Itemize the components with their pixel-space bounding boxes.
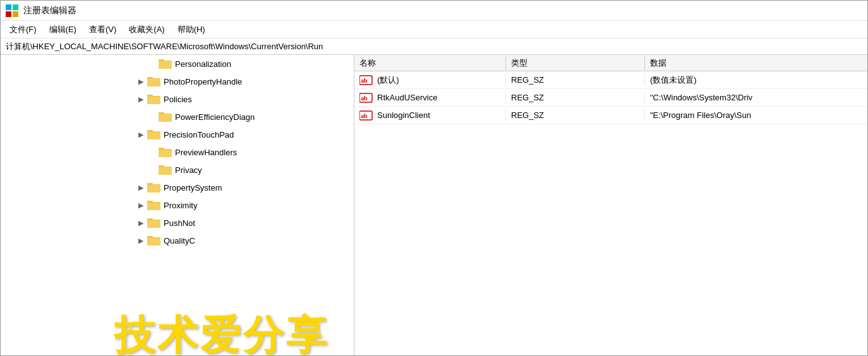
tree-item-policies[interactable]: ▶ Policies <box>1 90 354 108</box>
value-data-sunlogin: "E:\Program Files\Oray\Sun <box>645 109 867 121</box>
tree-item-powerefficiency[interactable]: PowerEfficiencyDiagn <box>1 108 354 126</box>
col-header-data: 数据 <box>645 56 867 70</box>
expander-qualityc[interactable]: ▶ <box>136 235 146 246</box>
col-header-name: 名称 <box>354 56 506 70</box>
tree-item-proximity[interactable]: ▶ Proximity <box>1 196 354 214</box>
svg-rect-36 <box>147 238 160 246</box>
value-default-label: (默认) <box>377 74 399 86</box>
svg-rect-15 <box>159 114 172 122</box>
tree-label-powerefficiency: PowerEfficiencyDiagn <box>175 112 255 122</box>
tree-item-pushnot[interactable]: ▶ PushNot <box>1 214 354 232</box>
expander-propertysystem[interactable]: ▶ <box>136 182 146 193</box>
svg-rect-1 <box>13 4 18 10</box>
svg-rect-2 <box>6 11 11 17</box>
menu-edit[interactable]: 编辑(E) <box>43 22 83 37</box>
value-row-default[interactable]: ab (默认) REG_SZ (数值未设置) <box>354 71 867 89</box>
menu-help[interactable]: 帮助(H) <box>171 22 212 37</box>
tree-label-pushnot: PushNot <box>164 218 195 228</box>
tree-label-photoproperty: PhotoPropertyHandle <box>164 77 242 86</box>
value-data-default: (数值未设置) <box>645 73 867 87</box>
tree-item-previewhandlers[interactable]: PreviewHandlers <box>1 143 354 161</box>
tree-label-personalization: Personalization <box>175 59 231 69</box>
svg-rect-18 <box>147 132 160 139</box>
svg-rect-30 <box>147 203 160 210</box>
col-header-type: 类型 <box>506 56 645 70</box>
expander-proximity[interactable]: ▶ <box>136 200 146 210</box>
value-sunlogin-label: SunloginClient <box>377 110 430 120</box>
svg-rect-21 <box>159 150 172 157</box>
svg-rect-0 <box>6 4 11 10</box>
ab-icon-rtkaud: ab <box>359 93 373 103</box>
tree-panel: Personalization ▶ PhotoPropertyHandle ▶ <box>1 55 354 355</box>
value-row-rtkaud[interactable]: ab RtkAudUService REG_SZ "C:\Windows\Sys… <box>354 89 867 107</box>
value-data-rtkaud: "C:\Windows\System32\Driv <box>645 92 867 104</box>
registry-editor-window: 注册表编辑器 文件(F) 编辑(E) 查看(V) 收藏夹(A) 帮助(H) 计算… <box>0 0 868 356</box>
svg-text:ab: ab <box>361 112 368 119</box>
tree-label-privacy: Privacy <box>175 165 202 175</box>
tree-item-personalization[interactable]: Personalization <box>1 55 354 73</box>
window-title: 注册表编辑器 <box>23 5 76 16</box>
value-rtkaud-label: RtkAudUService <box>377 93 437 102</box>
svg-text:ab: ab <box>361 77 368 84</box>
tree-label-proximity: Proximity <box>164 201 197 210</box>
menu-favorites[interactable]: 收藏夹(A) <box>123 22 171 37</box>
value-type-rtkaud: REG_SZ <box>506 92 645 104</box>
tree-item-privacy[interactable]: Privacy <box>1 161 354 179</box>
value-row-sunlogin[interactable]: ab SunloginClient REG_SZ "E:\Program Fil… <box>354 107 867 124</box>
menu-view[interactable]: 查看(V) <box>83 22 123 37</box>
tree-item-qualityc[interactable]: ▶ QualityC <box>1 232 354 249</box>
ab-icon-sunlogin: ab <box>359 110 373 121</box>
svg-text:ab: ab <box>361 95 368 102</box>
value-name-rtkaud: ab RtkAudUService <box>354 92 506 104</box>
tree-item-precisiontouchpad[interactable]: ▶ PrecisionTouchPad <box>1 126 354 143</box>
svg-rect-33 <box>147 220 160 228</box>
tree-item-photoproperty[interactable]: ▶ PhotoPropertyHandle <box>1 73 354 90</box>
tree-label-precisiontouchpad: PrecisionTouchPad <box>164 130 234 139</box>
value-type-default: REG_SZ <box>506 74 645 86</box>
tree-label-qualityc: QualityC <box>164 236 195 246</box>
tree-item-propertysystem[interactable]: ▶ PropertySystem <box>1 179 354 196</box>
svg-rect-27 <box>147 185 160 193</box>
svg-rect-6 <box>159 61 172 69</box>
tree-label-previewhandlers: PreviewHandlers <box>175 148 237 157</box>
value-type-sunlogin: REG_SZ <box>506 109 645 121</box>
expander-precisiontouchpad[interactable]: ▶ <box>136 129 146 139</box>
menu-bar: 文件(F) 编辑(E) 查看(V) 收藏夹(A) 帮助(H) <box>1 21 867 39</box>
title-bar: 注册表编辑器 <box>1 1 867 21</box>
values-panel: 名称 类型 数据 ab (默认) REG_SZ (数值未设置) <box>354 55 867 355</box>
expander-pushnot[interactable]: ▶ <box>136 218 146 228</box>
svg-rect-24 <box>159 167 172 175</box>
svg-rect-3 <box>13 11 18 17</box>
value-name-sunlogin: ab SunloginClient <box>354 109 506 122</box>
value-name-default: ab (默认) <box>354 73 506 87</box>
menu-file[interactable]: 文件(F) <box>3 22 43 37</box>
ab-icon-default: ab <box>359 75 373 85</box>
svg-rect-12 <box>147 97 160 104</box>
address-path: 计算机\HKEY_LOCAL_MACHINE\SOFTWARE\Microsof… <box>6 41 323 52</box>
tree-label-policies: Policies <box>164 95 192 104</box>
address-bar: 计算机\HKEY_LOCAL_MACHINE\SOFTWARE\Microsof… <box>1 39 867 55</box>
tree-label-propertysystem: PropertySystem <box>164 183 222 193</box>
svg-rect-9 <box>147 79 160 86</box>
expander-policies[interactable]: ▶ <box>136 94 146 104</box>
main-area: Personalization ▶ PhotoPropertyHandle ▶ <box>1 55 867 355</box>
expander-photoproperty[interactable]: ▶ <box>136 76 146 86</box>
values-header: 名称 类型 数据 <box>354 55 867 71</box>
registry-editor-icon <box>6 4 18 17</box>
